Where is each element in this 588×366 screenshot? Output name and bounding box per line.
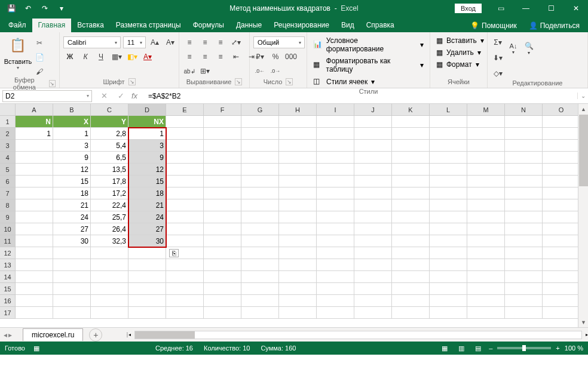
close-icon[interactable]: ✕: [564, 0, 588, 17]
format-cells-button[interactable]: ▦Формат▾: [434, 59, 486, 70]
cell[interactable]: [505, 295, 543, 307]
copy-icon[interactable]: 📄: [33, 53, 45, 64]
cell[interactable]: [204, 176, 241, 187]
cell[interactable]: [16, 223, 53, 235]
hscroll-right-icon[interactable]: ▸: [583, 331, 588, 339]
cell[interactable]: [543, 176, 580, 187]
cut-icon[interactable]: ✂: [33, 39, 45, 50]
paste-icon[interactable]: 📋: [10, 38, 26, 57]
cell[interactable]: [279, 235, 317, 247]
cell[interactable]: [430, 271, 467, 283]
view-normal-icon[interactable]: ▦: [439, 343, 451, 353]
cell[interactable]: [354, 116, 392, 128]
spreadsheet-grid[interactable]: ABCDEFGHIJKLMNO 123456789101112131415161…: [0, 104, 588, 327]
cell[interactable]: [279, 140, 317, 152]
cell[interactable]: [467, 140, 505, 152]
cell[interactable]: [53, 283, 91, 295]
cell[interactable]: [543, 235, 580, 247]
cell[interactable]: [279, 271, 317, 283]
cell[interactable]: [430, 199, 467, 211]
cell[interactable]: [467, 247, 505, 259]
cell[interactable]: [430, 140, 467, 152]
cell[interactable]: [467, 295, 505, 307]
cell[interactable]: 5,4: [91, 140, 128, 152]
cell[interactable]: [430, 211, 467, 223]
cell[interactable]: [53, 295, 91, 307]
zoom-in-icon[interactable]: +: [556, 345, 559, 352]
cell[interactable]: [279, 116, 317, 128]
row-header[interactable]: 7: [0, 187, 16, 199]
cell[interactable]: [16, 199, 53, 211]
cell[interactable]: [128, 247, 166, 259]
cell[interactable]: [354, 235, 392, 247]
cell[interactable]: [91, 307, 128, 319]
cell[interactable]: [505, 199, 543, 211]
col-header[interactable]: I: [317, 104, 354, 116]
cell[interactable]: [91, 283, 128, 295]
cell[interactable]: [430, 307, 467, 319]
col-header[interactable]: G: [241, 104, 279, 116]
cell[interactable]: [166, 176, 204, 187]
bold-button[interactable]: Ж: [63, 51, 76, 63]
cell[interactable]: [241, 140, 279, 152]
cell[interactable]: [317, 223, 354, 235]
cell[interactable]: [505, 235, 543, 247]
cell[interactable]: [16, 271, 53, 283]
cell[interactable]: 9: [53, 152, 91, 164]
cell[interactable]: [505, 176, 543, 187]
cell[interactable]: [354, 271, 392, 283]
row-header[interactable]: 9: [0, 211, 16, 223]
cell[interactable]: 2,8: [91, 128, 128, 140]
cell[interactable]: [53, 259, 91, 271]
select-all-corner[interactable]: [0, 104, 16, 116]
accept-formula-icon[interactable]: ✓: [115, 91, 127, 100]
tab-главная[interactable]: Главная: [32, 19, 72, 32]
cell[interactable]: [543, 259, 580, 271]
cell[interactable]: [317, 235, 354, 247]
vscroll-thumb[interactable]: [579, 115, 588, 186]
cell[interactable]: [354, 295, 392, 307]
cell[interactable]: [16, 247, 53, 259]
cell[interactable]: [279, 128, 317, 140]
cell[interactable]: [53, 307, 91, 319]
undo-icon[interactable]: ↶: [20, 2, 36, 15]
ribbon-options-icon[interactable]: ▭: [489, 0, 513, 17]
cell[interactable]: 18: [128, 187, 166, 199]
cell[interactable]: [91, 295, 128, 307]
cell[interactable]: [204, 247, 241, 259]
row-header[interactable]: 2: [0, 128, 16, 140]
cell[interactable]: [241, 128, 279, 140]
cell[interactable]: 17,2: [91, 187, 128, 199]
view-pagebreak-icon[interactable]: ▤: [472, 343, 484, 353]
cell[interactable]: [16, 152, 53, 164]
cell[interactable]: [354, 211, 392, 223]
cell[interactable]: [241, 223, 279, 235]
row-header[interactable]: 6: [0, 176, 16, 187]
cell[interactable]: [392, 187, 430, 199]
cell[interactable]: 21: [53, 199, 91, 211]
merge-icon[interactable]: ⊞▾: [198, 65, 212, 77]
signin-button[interactable]: Вход: [455, 4, 482, 13]
cell[interactable]: [91, 247, 128, 259]
cell[interactable]: [241, 259, 279, 271]
borders-icon[interactable]: ▦▾: [110, 51, 123, 63]
cell[interactable]: [505, 223, 543, 235]
macro-record-icon[interactable]: ▦: [33, 345, 39, 352]
conditional-format-button[interactable]: 📊Условное форматирование▾: [311, 35, 426, 54]
cell[interactable]: [279, 247, 317, 259]
cell[interactable]: [279, 211, 317, 223]
decrease-decimal-icon[interactable]: .0→: [269, 65, 282, 77]
accounting-icon[interactable]: ₽▾: [253, 51, 267, 63]
tab-вид[interactable]: Вид: [335, 19, 360, 32]
cell[interactable]: [505, 187, 543, 199]
cell[interactable]: 21: [128, 199, 166, 211]
col-header[interactable]: L: [430, 104, 467, 116]
row-header[interactable]: 1: [0, 116, 16, 128]
cell[interactable]: [354, 128, 392, 140]
cell[interactable]: [204, 211, 241, 223]
share-button[interactable]: 👤 Поделиться: [523, 19, 586, 32]
cell[interactable]: [543, 116, 580, 128]
cell[interactable]: 22,4: [91, 199, 128, 211]
cell[interactable]: [16, 176, 53, 187]
cell[interactable]: [317, 295, 354, 307]
